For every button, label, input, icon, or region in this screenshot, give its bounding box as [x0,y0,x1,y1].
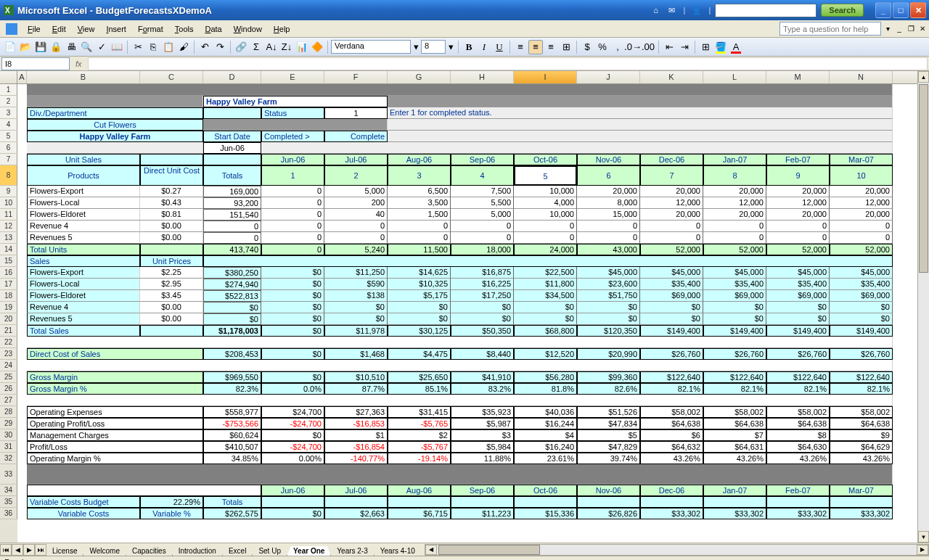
cell[interactable]: $45,000 [830,267,893,279]
cut-icon[interactable]: ✂ [131,40,145,54]
tab-nav-last-icon[interactable]: ⏭ [35,544,46,556]
sheet-tab[interactable]: Years 2-3 [330,546,374,556]
cell[interactable]: 20,000 [703,209,766,221]
align-center-icon[interactable]: ≡ [528,40,543,54]
cell[interactable]: Start Date [203,131,261,142]
cell[interactable] [27,395,893,406]
cell[interactable]: Flowers-Local [27,279,140,290]
cell[interactable]: $51,750 [577,290,640,302]
cell[interactable]: -$753,566 [203,418,261,429]
cell[interactable]: $33,302 [766,508,830,519]
cell[interactable]: $45,000 [577,267,640,279]
cell[interactable]: $69,000 [640,290,703,302]
cell[interactable]: $51,526 [577,406,640,418]
cell[interactable]: 0 [830,221,893,232]
cell[interactable]: $1,468 [324,348,388,360]
cell[interactable]: Revenues 5 [27,313,140,325]
scroll-thumb[interactable] [919,84,928,273]
cell[interactable]: $2 [388,429,451,441]
column-header[interactable]: L [703,71,766,83]
cell[interactable]: $64,638 [703,418,766,429]
cells-area[interactable]: Happy Valley FarmDiv./DepartmentStatus1E… [17,84,929,543]
column-header[interactable]: M [766,71,830,83]
cell[interactable]: $35,923 [451,406,514,418]
sheet-tab[interactable]: Excel [222,546,253,556]
cell[interactable]: 82.3% [203,383,261,395]
row-header[interactable]: 10 [0,197,17,209]
cell[interactable] [27,84,893,96]
cell[interactable]: Mar-07 [830,485,893,496]
inc-decimal-icon[interactable]: .0→ [626,40,640,54]
cell[interactable] [261,496,324,508]
cell[interactable]: $0 [640,302,703,313]
cell[interactable]: $26,760 [766,348,830,360]
row-header[interactable]: 24 [0,360,17,371]
maximize-button[interactable]: □ [893,2,909,18]
cell[interactable]: $15,336 [514,508,577,519]
row-header[interactable]: 31 [0,441,17,453]
column-header[interactable]: C [140,71,203,83]
cell[interactable]: $45,000 [766,267,830,279]
messenger-icon[interactable]: 👤 [689,3,704,17]
cell[interactable]: Flowers-Eldoret [27,290,140,302]
cell[interactable]: Nov-06 [577,154,640,165]
cell[interactable]: $1,178,003 [203,325,261,337]
cell[interactable]: $27,363 [324,406,388,418]
cell[interactable]: Completed > [261,131,324,142]
cell[interactable]: $522,813 [203,290,261,302]
cell[interactable]: 3,500 [388,197,451,209]
fx-icon[interactable]: fx [75,59,82,68]
cell[interactable]: Status [261,107,324,119]
cell[interactable]: 0 [766,232,830,244]
cell[interactable]: $0 [514,302,577,313]
cell[interactable]: 20,000 [640,186,703,197]
cell[interactable]: $590 [324,279,388,290]
tab-nav-prev-icon[interactable]: ◀ [12,544,23,556]
cell[interactable]: Gross Margin % [27,383,203,395]
row-header[interactable]: 9 [0,186,17,197]
web-search-button[interactable]: Search [821,4,864,17]
cell[interactable]: $35,400 [830,279,893,290]
cell[interactable]: -$24,700 [261,418,324,429]
cell[interactable]: 8 [703,165,766,186]
cell[interactable]: 0 [703,232,766,244]
cell[interactable]: $0 [830,313,893,325]
cell[interactable]: 12,000 [703,197,766,209]
sheet-tab[interactable]: Introduction [172,546,223,556]
cell[interactable]: Operating Margin % [27,453,203,464]
cell[interactable]: 2 [324,165,388,186]
cell[interactable]: $47,834 [577,418,640,429]
font-color-icon[interactable]: A [729,40,743,54]
row-header[interactable]: 28 [0,406,17,418]
formula-input[interactable] [88,57,928,70]
cell[interactable]: Feb-07 [766,485,830,496]
cell[interactable]: $0 [388,302,451,313]
sheet-tab[interactable]: Years 4-10 [374,546,422,556]
link-icon[interactable]: 🔗 [234,40,248,54]
cell[interactable]: 0.00% [261,453,324,464]
sum-icon[interactable]: Σ [249,40,263,54]
cell[interactable]: $41,910 [451,371,514,383]
cell[interactable]: Profit/Loss [27,441,203,453]
cell[interactable]: 52,000 [703,244,766,255]
cell[interactable]: 10,000 [514,209,577,221]
cell[interactable]: Direct Cost of Sales [27,348,203,360]
menu-data[interactable]: Data [199,22,227,36]
cell[interactable] [261,142,893,154]
research-icon[interactable]: 📖 [110,40,124,54]
cell[interactable]: 81.8% [514,383,577,395]
comma-icon[interactable]: , [610,40,625,54]
cell[interactable]: -140.77% [324,453,388,464]
cell[interactable]: 39.74% [577,453,640,464]
cell[interactable]: 82.6% [577,383,640,395]
dec-decimal-icon[interactable]: .00 [641,40,655,54]
cell[interactable] [388,119,893,131]
cell[interactable]: Total Units [27,244,140,255]
cell[interactable]: $120,350 [577,325,640,337]
cell[interactable]: $64,631 [703,441,766,453]
cell[interactable]: 1 [261,165,324,186]
cell[interactable]: 5 [514,165,577,186]
cell[interactable]: $25,650 [388,371,451,383]
cell[interactable]: 0 [324,232,388,244]
font-selector[interactable]: Verdana [331,40,411,54]
